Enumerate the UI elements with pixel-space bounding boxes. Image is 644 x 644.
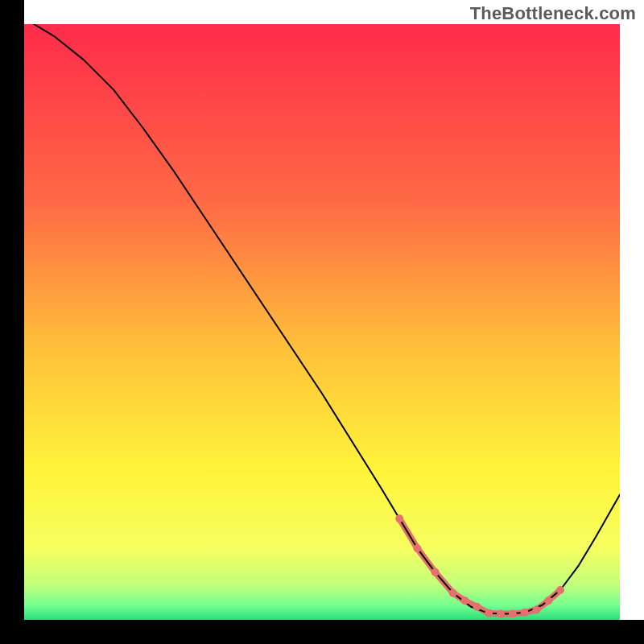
highlight-dot (509, 610, 517, 618)
axis-bottom (0, 620, 644, 644)
highlight-dot (521, 609, 529, 617)
highlight-dot (473, 603, 481, 611)
highlight-dot (461, 597, 469, 605)
highlight-dot (556, 586, 564, 594)
watermark-text: TheBottleneck.com (470, 3, 636, 24)
highlight-dot (497, 610, 505, 618)
highlight-dot (532, 605, 540, 613)
gradient-background (24, 24, 620, 620)
highlight-dot (544, 597, 552, 605)
highlight-dot (395, 514, 403, 522)
chart-container: TheBottleneck.com (0, 0, 644, 644)
axis-left (0, 0, 24, 644)
highlight-dot (485, 609, 493, 617)
highlight-dot (413, 544, 421, 552)
bottleneck-chart (0, 0, 644, 644)
highlight-dot (431, 568, 440, 576)
highlight-dot (449, 589, 457, 597)
